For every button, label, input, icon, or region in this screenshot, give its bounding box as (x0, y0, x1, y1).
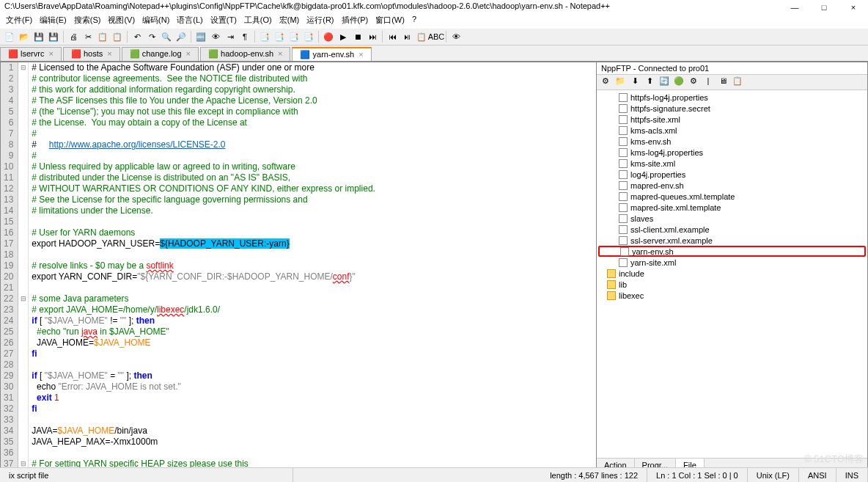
tab-close-icon[interactable]: × (48, 49, 53, 58)
ftp-file-label: mapred-site.xml.template (630, 203, 721, 212)
ftp-file-item[interactable]: mapred-site.xml.template (598, 202, 866, 213)
ftp-toolbar-icon[interactable]: ⚙ (688, 76, 699, 88)
toolbar-button[interactable]: 📋 (111, 30, 124, 43)
toolbar-button[interactable]: ▶ (336, 30, 350, 43)
window-close[interactable]: × (839, 0, 868, 15)
toolbar-button[interactable]: ⏮ (386, 30, 399, 43)
toolbar-button[interactable]: 🔤 (194, 30, 207, 43)
ftp-file-item[interactable]: httpfs-site.xml (598, 114, 866, 125)
menu-item[interactable]: 设置(T) (207, 13, 240, 27)
menu-item[interactable]: 编辑(E) (37, 13, 70, 27)
menu-item[interactable]: 搜索(S) (71, 13, 104, 27)
menu-item[interactable]: 宏(M) (276, 13, 303, 27)
ftp-file-item[interactable]: ssl-server.xml.example (598, 235, 866, 246)
code-editor[interactable]: 1234567891011121314151617181920212223242… (1, 62, 596, 472)
toolbar-button[interactable]: 📑 (302, 30, 315, 43)
ftp-file-item[interactable]: httpfs-log4j.properties (598, 92, 866, 103)
toolbar-button[interactable]: ✂ (81, 30, 95, 43)
ftp-toolbar-icon[interactable]: 🟢 (673, 76, 685, 88)
ftp-file-item[interactable]: mapred-queues.xml.template (598, 191, 866, 202)
ftp-file-item[interactable]: kms-site.xml (598, 158, 866, 169)
ftp-toolbar-icon[interactable]: 🖥 (717, 76, 729, 88)
ftp-toolbar-icon[interactable]: ⬆ (644, 76, 655, 88)
menu-item[interactable]: 编码(N) (139, 13, 172, 27)
toolbar-button[interactable]: ⏹ (351, 30, 364, 43)
tab-close-icon[interactable]: × (278, 49, 282, 58)
toolbar-button[interactable]: 📋 (415, 30, 428, 43)
toolbar-button[interactable]: 🔎 (174, 30, 188, 43)
ftp-file-label: yarn-env.sh (632, 247, 674, 256)
ftp-file-item[interactable]: libexec (598, 290, 866, 301)
toolbar-button[interactable]: 📋 (96, 30, 109, 43)
menu-item[interactable]: 窗口(W) (372, 13, 408, 27)
ftp-file-item[interactable]: httpfs-signature.secret (598, 103, 866, 114)
toolbar-button[interactable]: 🖨 (67, 30, 80, 43)
toolbar-button[interactable]: 💾 (32, 30, 45, 43)
toolbar-button[interactable]: 📄 (3, 30, 16, 43)
ftp-toolbar-icon[interactable]: 🔄 (658, 76, 670, 88)
file-icon (619, 104, 628, 113)
menu-item[interactable]: ? (409, 13, 419, 27)
file-icon (619, 258, 628, 267)
toolbar-button[interactable]: 📑 (287, 30, 301, 43)
toolbar-button[interactable]: ⇥ (224, 30, 237, 43)
ftp-file-item[interactable]: kms-log4j.properties (598, 147, 866, 158)
status-length: length : 4,567 lines : 122 (541, 468, 647, 482)
menu-item[interactable]: 工具(O) (241, 13, 275, 27)
toolbar-button[interactable]: 🔴 (322, 30, 335, 43)
toolbar-button[interactable]: ⏯ (400, 30, 413, 43)
ftp-file-item[interactable]: kms-acls.xml (598, 125, 866, 136)
toolbar-button[interactable]: ⏭ (366, 30, 379, 43)
toolbar-button[interactable]: 🔍 (160, 30, 173, 43)
menu-item[interactable]: 语言(L) (174, 13, 205, 27)
nppftp-title: NppFTP - Connected to pro01 (597, 62, 867, 75)
ftp-file-label: yarn-site.xml (630, 258, 676, 267)
ftp-file-item[interactable]: mapred-env.sh (598, 180, 866, 191)
ftp-file-item[interactable]: lib (598, 279, 866, 290)
window-maximize[interactable]: □ (809, 0, 839, 15)
status-filetype: ix script file (0, 468, 293, 482)
menubar: 文件(F)编辑(E)搜索(S)视图(V)编码(N)语言(L)设置(T)工具(O)… (0, 12, 868, 29)
ftp-file-item[interactable]: yarn-env.sh (598, 246, 866, 257)
toolbar-button[interactable]: ABC (430, 30, 443, 43)
toolbar-button[interactable]: ↶ (130, 30, 144, 43)
ftp-file-label: kms-acls.xml (630, 126, 677, 135)
file-tab[interactable]: 🟥 lservrc× (0, 47, 62, 61)
menu-item[interactable]: 运行(R) (304, 13, 336, 27)
menu-item[interactable]: 视图(V) (105, 13, 138, 27)
ftp-file-item[interactable]: yarn-site.xml (598, 257, 866, 268)
toolbar-button[interactable]: ↷ (145, 30, 158, 43)
ftp-toolbar-icon[interactable]: | (702, 76, 714, 88)
toolbar-button[interactable]: 💾 (47, 30, 60, 43)
folder-icon (607, 280, 616, 289)
tab-close-icon[interactable]: × (358, 50, 363, 59)
ftp-file-item[interactable]: kms-env.sh (598, 136, 866, 147)
toolbar-button[interactable]: 📂 (18, 30, 31, 43)
ftp-file-item[interactable]: include (598, 268, 866, 279)
ftp-file-label: include (619, 269, 644, 278)
ftp-file-item[interactable]: slaves (598, 213, 866, 224)
file-tab[interactable]: 🟥 hosts× (63, 47, 120, 61)
file-icon (619, 148, 628, 157)
ftp-toolbar-icon[interactable]: ⚙ (600, 76, 611, 88)
ftp-file-item[interactable]: ssl-client.xml.example (598, 224, 866, 235)
file-icon (619, 214, 628, 223)
window-minimize[interactable]: — (780, 0, 809, 15)
ftp-toolbar-icon[interactable]: 📋 (732, 76, 743, 88)
toolbar-button[interactable]: 📑 (273, 30, 286, 43)
ftp-toolbar-icon[interactable]: 📁 (614, 76, 626, 88)
nppftp-file-tree[interactable]: httpfs-log4j.propertieshttpfs-signature.… (597, 90, 867, 458)
tab-close-icon[interactable]: × (186, 49, 191, 58)
toolbar-button[interactable]: 👁 (209, 30, 222, 43)
menu-item[interactable]: 插件(P) (339, 13, 372, 27)
file-tab[interactable]: 🟩 hadoop-env.sh× (200, 47, 290, 61)
tab-close-icon[interactable]: × (107, 49, 111, 58)
file-tab[interactable]: 🟩 change.log× (122, 47, 199, 61)
ftp-file-item[interactable]: log4j.properties (598, 169, 866, 180)
toolbar-button[interactable]: 👁 (449, 30, 463, 43)
menu-item[interactable]: 文件(F) (3, 13, 35, 27)
file-tab[interactable]: 🟦 yarn-env.sh× (292, 47, 371, 61)
toolbar-button[interactable]: 📑 (258, 30, 271, 43)
ftp-toolbar-icon[interactable]: ⬇ (629, 76, 641, 88)
toolbar-button[interactable]: ¶ (238, 30, 251, 43)
